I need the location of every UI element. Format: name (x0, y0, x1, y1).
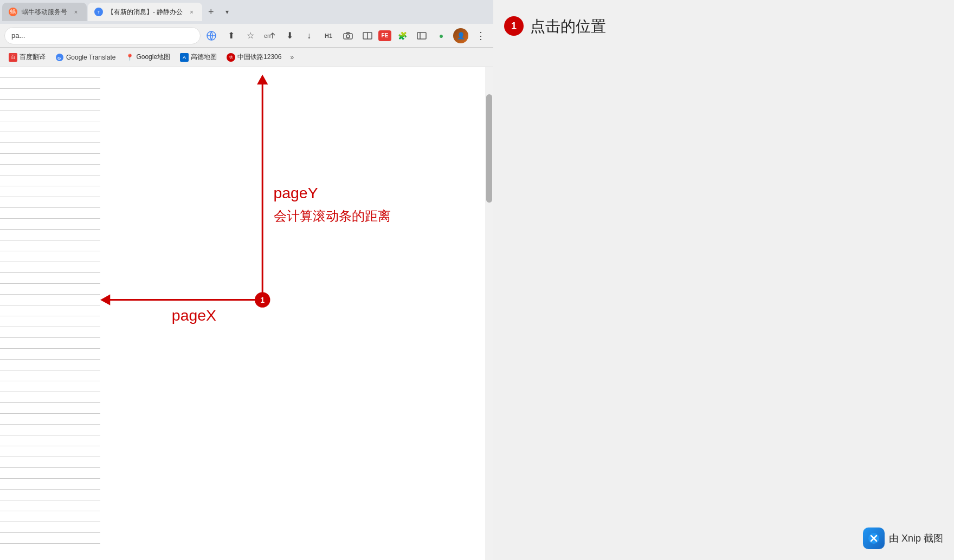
svg-text:G: G (57, 56, 61, 61)
line (0, 262, 100, 273)
tab-favicon-snail: 蜗 (9, 8, 17, 16)
line (0, 121, 100, 132)
bookmark-gaode-maps[interactable]: A 高德地图 (176, 50, 221, 64)
line (0, 381, 100, 392)
more-button[interactable]: ⋮ (472, 27, 489, 44)
line (0, 511, 100, 522)
line (0, 349, 100, 360)
bookmark-google-translate[interactable]: G Google Translate (51, 51, 120, 64)
profile-button[interactable]: 👤 (452, 27, 469, 44)
line (0, 446, 100, 457)
download2-button[interactable]: ↓ (300, 27, 318, 44)
gaode-maps-favicon: A (180, 53, 189, 62)
line (0, 522, 100, 533)
line (0, 175, 100, 186)
tab-title-snail: 蜗牛移动服务号 (22, 8, 67, 17)
right-panel: 1 点击的位置 (493, 0, 954, 560)
h1-button[interactable]: H1 (320, 27, 337, 44)
camera-button[interactable] (339, 27, 357, 44)
baidu-translate-favicon: 百 (9, 53, 17, 62)
svg-rect-7 (417, 32, 426, 39)
google-maps-favicon: 📍 (125, 53, 134, 62)
line (0, 425, 100, 435)
tab-translate[interactable]: T 【有新的消息】- 静静办公 × (88, 3, 202, 21)
address-text: pa... (11, 31, 194, 40)
line (0, 78, 100, 89)
line (0, 533, 100, 544)
railway-favicon: 铁 (227, 53, 235, 62)
content-area: 1 pageY 会计算滚动条的距离 pageX (0, 67, 493, 560)
translate-icon-btn[interactable] (203, 27, 220, 44)
line (0, 305, 100, 316)
google-translate-favicon: G (55, 53, 64, 62)
bookmark-google-maps[interactable]: 📍 Google地图 (121, 50, 175, 64)
tab-title-translate: 【有新的消息】- 静静办公 (107, 8, 183, 17)
share-button[interactable]: ⬆ (222, 27, 240, 44)
line (0, 154, 100, 165)
line (0, 251, 100, 262)
line (0, 67, 100, 78)
diagram-svg: 1 pageY 会计算滚动条的距离 pageX (100, 67, 485, 560)
scrollbar-thumb[interactable] (486, 94, 492, 203)
line (0, 468, 100, 479)
tab-close-translate[interactable]: × (187, 8, 196, 16)
bookmarks-bar: 百 百度翻译 G Google Translate 📍 Google地图 A 高… (0, 48, 493, 67)
line (0, 219, 100, 230)
svg-marker-14 (100, 295, 110, 305)
line (0, 327, 100, 338)
line (0, 479, 100, 490)
google-maps-label: Google地图 (136, 53, 170, 62)
line (0, 208, 100, 219)
svg-marker-12 (257, 75, 268, 84)
line (0, 403, 100, 414)
tab-favicon-translate: T (94, 8, 103, 16)
svg-text:会计算滚动条的距离: 会计算滚动条的距离 (274, 209, 391, 223)
download-button[interactable]: ⬇ (281, 27, 298, 44)
baidu-translate-label: 百度翻译 (20, 53, 46, 62)
line (0, 490, 100, 500)
svg-text:pageY: pageY (274, 184, 318, 201)
translate2-button[interactable]: en (261, 27, 279, 44)
ext-circle-button[interactable]: ● (433, 27, 450, 44)
line (0, 143, 100, 154)
bookmark-railway[interactable]: 铁 中国铁路12306 (222, 50, 286, 64)
tab-snail[interactable]: 蜗 蜗牛移动服务号 × (2, 3, 87, 21)
bookmark-baidu-translate[interactable]: 百 百度翻译 (4, 50, 50, 64)
tab-close-snail[interactable]: × (72, 8, 80, 16)
line (0, 457, 100, 468)
sidebar-button[interactable] (413, 27, 430, 44)
tab-dropdown-button[interactable]: ▾ (220, 4, 235, 19)
annotation-badge-circle: 1 (504, 16, 524, 36)
gaode-maps-label: 高德地图 (191, 53, 217, 62)
tab-add-button[interactable]: + (203, 4, 218, 19)
window-button[interactable] (359, 27, 376, 44)
scrollbar[interactable] (485, 67, 493, 560)
line (0, 230, 100, 240)
lined-paper (0, 67, 100, 560)
line (0, 414, 100, 425)
line (0, 186, 100, 197)
address-bar[interactable]: pa... (4, 27, 201, 44)
line (0, 273, 100, 284)
ext-fe-button[interactable]: FE (378, 30, 391, 41)
tab-bar: 蜗 蜗牛移动服务号 × T 【有新的消息】- 静静办公 × + ▾ (0, 0, 493, 24)
line (0, 392, 100, 403)
svg-text:1: 1 (260, 296, 265, 304)
bookmark-button[interactable]: ☆ (242, 27, 259, 44)
annotation-text: 点击的位置 (530, 16, 606, 37)
line (0, 110, 100, 121)
xnip-icon (863, 528, 885, 549)
line (0, 197, 100, 208)
line (0, 316, 100, 327)
puzzle-button[interactable]: 🧩 (394, 27, 411, 44)
bookmarks-more-button[interactable]: » (287, 51, 297, 63)
line (0, 360, 100, 370)
xnip-label: 由 Xnip 截图 (889, 532, 943, 545)
svg-text:pageX: pageX (172, 307, 216, 324)
line (0, 100, 100, 110)
line (0, 240, 100, 251)
railway-label: 中国铁路12306 (237, 53, 281, 62)
line (0, 284, 100, 295)
annotation-badge-number: 1 (511, 21, 517, 32)
line (0, 370, 100, 381)
